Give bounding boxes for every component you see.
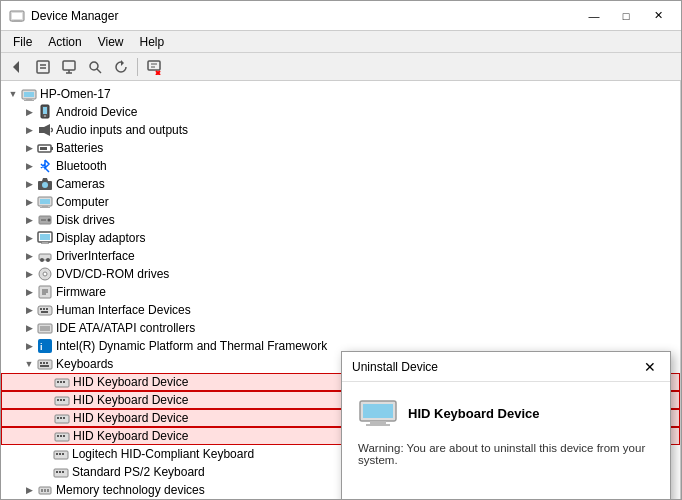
menu-action[interactable]: Action [40, 33, 89, 51]
list-item[interactable]: ▶ Computer [1, 193, 680, 211]
expand-icon[interactable]: ▶ [21, 158, 37, 174]
hid-keyboard-icon [53, 464, 69, 480]
svg-rect-26 [39, 127, 44, 133]
svg-rect-73 [57, 399, 59, 401]
expand-icon[interactable]: ▶ [21, 176, 37, 192]
hid-keyboard-icon [53, 446, 69, 462]
expand-icon[interactable]: ▶ [21, 212, 37, 228]
minimize-button[interactable]: — [579, 6, 609, 26]
list-item[interactable]: ▶ Display adaptors [1, 229, 680, 247]
list-item[interactable]: ▶ Cameras [1, 175, 680, 193]
list-item[interactable]: ▶ Batteries [1, 139, 680, 157]
device-manager-window: Device Manager — □ ✕ File Action View He… [0, 0, 682, 500]
dialog-title-bar: Uninstall Device ✕ [342, 352, 670, 382]
item-label: HID Keyboard Device [73, 429, 188, 443]
svg-rect-93 [41, 489, 43, 492]
item-label: Audio inputs and outputs [56, 123, 188, 137]
list-item[interactable]: ▶ Audio inputs and outputs [1, 121, 680, 139]
toolbar-computer-button[interactable] [57, 56, 81, 78]
svg-rect-78 [60, 417, 62, 419]
hid-keyboard-icon [54, 428, 70, 444]
item-label: HID Keyboard Device [73, 411, 188, 425]
dialog-device-row: HID Keyboard Device [358, 398, 654, 428]
expand-icon[interactable]: ▶ [21, 230, 37, 246]
list-item[interactable]: ▶ Bluetooth [1, 157, 680, 175]
svg-marker-27 [44, 124, 50, 136]
list-item[interactable]: ▶ IDE ATA/ATAPI controllers [1, 319, 680, 337]
svg-rect-55 [40, 308, 42, 310]
svg-rect-83 [63, 435, 65, 437]
svg-rect-14 [148, 61, 160, 70]
svg-rect-56 [43, 308, 45, 310]
title-bar-left: Device Manager [9, 8, 118, 24]
item-label: Cameras [56, 177, 105, 191]
root-expand-icon[interactable]: ▼ [5, 86, 21, 102]
svg-rect-86 [59, 453, 61, 455]
toolbar [1, 53, 681, 81]
expand-icon[interactable]: ▶ [21, 122, 37, 138]
window-title: Device Manager [31, 9, 118, 23]
ide-icon [37, 320, 53, 336]
uninstall-dialog: Uninstall Device ✕ [341, 351, 671, 499]
list-item[interactable]: ▶ DVD/CD-ROM drives [1, 265, 680, 283]
dialog-device-icon [358, 398, 398, 428]
svg-rect-95 [47, 489, 49, 492]
expand-icon [38, 374, 54, 390]
svg-rect-66 [46, 362, 48, 364]
svg-rect-21 [26, 99, 32, 100]
svg-point-11 [90, 62, 98, 70]
close-button[interactable]: ✕ [643, 6, 673, 26]
svg-rect-3 [12, 21, 22, 22]
svg-rect-22 [24, 100, 34, 101]
svg-rect-87 [62, 453, 64, 455]
svg-point-39 [48, 219, 51, 222]
list-item[interactable]: ▶ Android Device [1, 103, 680, 121]
svg-rect-36 [42, 206, 48, 207]
svg-rect-67 [40, 365, 49, 367]
svg-rect-64 [40, 362, 42, 364]
svg-rect-35 [40, 199, 50, 204]
list-item[interactable]: ▶ Human Interface Devices [1, 301, 680, 319]
window-icon [9, 8, 25, 24]
svg-rect-90 [59, 471, 61, 473]
dialog-body: HID Keyboard Device Warning: You are abo… [342, 382, 670, 494]
svg-line-12 [97, 69, 101, 73]
dialog-close-button[interactable]: ✕ [640, 357, 660, 377]
keyboards-expand-icon[interactable]: ▼ [21, 356, 37, 372]
tree-root[interactable]: ▼ HP-Omen-17 [1, 85, 680, 103]
menu-file[interactable]: File [5, 33, 40, 51]
intel-icon: i [37, 338, 53, 354]
toolbar-uninstall-button[interactable] [142, 56, 166, 78]
expand-icon[interactable]: ▶ [21, 302, 37, 318]
item-label: Firmware [56, 285, 106, 299]
list-item[interactable]: ▶ Firmware [1, 283, 680, 301]
expand-icon[interactable]: ▶ [21, 140, 37, 156]
expand-icon[interactable]: ▶ [21, 104, 37, 120]
menu-view[interactable]: View [90, 33, 132, 51]
toolbar-refresh-button[interactable] [109, 56, 133, 78]
expand-icon[interactable]: ▶ [21, 266, 37, 282]
item-label: Keyboards [56, 357, 113, 371]
list-item[interactable]: ▶ Disk drives [1, 211, 680, 229]
expand-icon[interactable]: ▶ [21, 320, 37, 336]
toolbar-search-button[interactable] [83, 56, 107, 78]
svg-point-46 [40, 258, 44, 262]
toolbar-back-button[interactable] [5, 56, 29, 78]
expand-icon[interactable]: ▶ [21, 482, 37, 498]
toolbar-properties-button[interactable] [31, 56, 55, 78]
menu-help[interactable]: Help [132, 33, 173, 51]
item-label: Disk drives [56, 213, 115, 227]
expand-icon[interactable]: ▶ [21, 338, 37, 354]
expand-icon[interactable]: ▶ [21, 248, 37, 264]
expand-icon[interactable]: ▶ [21, 194, 37, 210]
list-item[interactable]: ▶ DriverInterface [1, 247, 680, 265]
maximize-button[interactable]: □ [611, 6, 641, 26]
item-label: Intel(R) Dynamic Platform and Thermal Fr… [56, 339, 327, 353]
item-label: Display adaptors [56, 231, 145, 245]
item-label: Bluetooth [56, 159, 107, 173]
device-icon [37, 104, 53, 120]
item-label: HID Keyboard Device [73, 375, 188, 389]
expand-icon[interactable]: ▶ [21, 284, 37, 300]
computer-icon [37, 194, 53, 210]
item-label: Batteries [56, 141, 103, 155]
